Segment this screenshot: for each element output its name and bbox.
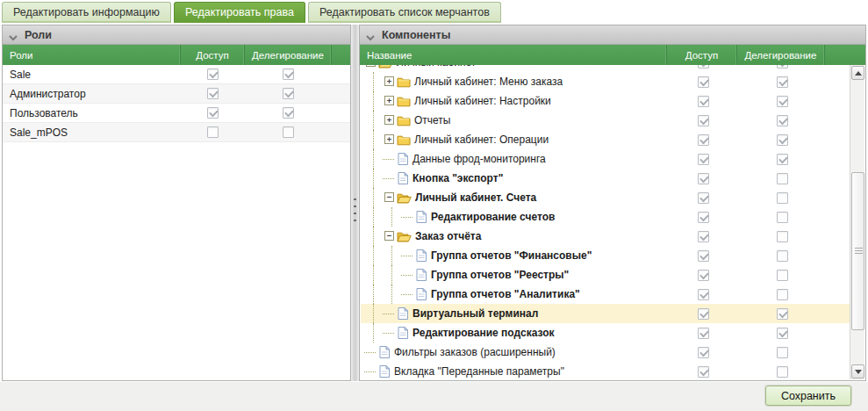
checkbox-checked[interactable] (698, 231, 709, 242)
expand-plus-icon[interactable]: + (384, 115, 394, 125)
scrollbar-thumb[interactable] (851, 172, 864, 330)
checkbox-checked[interactable] (698, 134, 709, 146)
checkbox-unchecked[interactable] (777, 289, 788, 300)
scroll-down-button[interactable] (851, 364, 864, 379)
tree-row[interactable]: Редактирование подсказок (361, 323, 850, 342)
access-cell (668, 347, 738, 358)
collapse-minus-icon[interactable]: − (366, 65, 376, 67)
checkbox-checked[interactable] (698, 96, 709, 107)
table-row[interactable]: Пользователь (3, 104, 350, 123)
checkbox-checked[interactable] (777, 65, 788, 68)
checkbox-checked[interactable] (698, 270, 709, 281)
tree-row[interactable]: Редактирование счетов (361, 207, 850, 227)
tree-row[interactable]: −Личный кабинет. Счета (361, 188, 850, 207)
checkbox-checked[interactable] (698, 289, 709, 300)
checkbox-checked[interactable] (698, 250, 709, 262)
document-icon (415, 287, 427, 301)
tree-scrollbar[interactable] (850, 65, 864, 379)
tree-row[interactable]: −Личный кабинет (361, 65, 850, 72)
checkbox-checked[interactable] (207, 88, 219, 99)
tree-row[interactable]: −Заказ отчёта (361, 227, 850, 246)
tree-row[interactable]: Группа отчетов "Реестры" (361, 265, 850, 285)
checkbox-checked[interactable] (777, 134, 788, 146)
checkbox-checked[interactable] (777, 96, 788, 107)
components-col-access[interactable]: Доступ (667, 45, 737, 65)
checkbox-checked[interactable] (698, 76, 709, 88)
checkbox-unchecked[interactable] (777, 347, 788, 358)
tree-row[interactable]: +Личный кабинет: Настройки (361, 91, 850, 111)
panel-splitter[interactable] (351, 25, 359, 381)
checkbox-checked[interactable] (698, 212, 709, 223)
tree-name-cell: +Личный кабинет: Меню заказа (361, 72, 668, 91)
delegation-cell (738, 76, 826, 88)
checkbox-checked[interactable] (283, 107, 294, 119)
tree-elbow (383, 323, 397, 342)
checkbox-checked[interactable] (698, 347, 709, 358)
checkbox-checked[interactable] (207, 68, 219, 80)
checkbox-unchecked[interactable] (777, 250, 788, 262)
tab-2[interactable]: Редактировать права (174, 2, 305, 23)
tree-row[interactable]: Виртуальный терминал (361, 304, 850, 323)
roles-col-name[interactable]: Роли (3, 45, 181, 65)
expand-plus-icon[interactable]: + (384, 134, 394, 144)
checkbox-unchecked[interactable] (777, 173, 788, 184)
access-cell (668, 270, 738, 281)
checkbox-checked[interactable] (698, 65, 709, 68)
components-col-name[interactable]: Название (360, 45, 667, 65)
checkbox-checked[interactable] (777, 308, 788, 320)
expand-plus-icon[interactable]: + (384, 76, 394, 86)
tree-node-label: Личный кабинет: Настройки (414, 95, 551, 107)
tree-row[interactable]: +Личный кабинет: Меню заказа (361, 72, 850, 91)
checkbox-checked[interactable] (283, 68, 294, 80)
checkbox-checked[interactable] (207, 107, 219, 119)
tree-row[interactable]: Вкладка "Переданные параметры" (361, 362, 850, 379)
tree-row[interactable]: Фильтры заказов (расширенный) (361, 342, 850, 362)
components-panel-header[interactable]: Компоненты (360, 25, 865, 45)
thumb-grip-icon (855, 248, 863, 255)
checkbox-unchecked[interactable] (777, 231, 788, 242)
chevron-down-icon[interactable] (8, 32, 18, 39)
expand-plus-icon[interactable]: + (384, 96, 394, 105)
save-button[interactable]: Сохранить (765, 386, 851, 406)
chevron-down-icon[interactable] (365, 32, 376, 39)
table-row[interactable]: Sale (3, 65, 350, 84)
checkbox-checked[interactable] (283, 88, 294, 99)
scroll-up-button[interactable] (851, 66, 864, 80)
checkbox-checked[interactable] (698, 308, 709, 320)
collapse-minus-icon[interactable]: − (384, 192, 394, 202)
checkbox-checked[interactable] (698, 328, 709, 339)
checkbox-checked[interactable] (698, 115, 709, 126)
checkbox-unchecked[interactable] (777, 212, 788, 223)
checkbox-checked[interactable] (698, 192, 709, 204)
tab-1[interactable]: Редактировать информацию (2, 2, 171, 23)
checkbox-unchecked[interactable] (777, 192, 788, 204)
checkbox-checked[interactable] (777, 115, 788, 126)
checkbox-unchecked[interactable] (777, 270, 788, 281)
checkbox-unchecked[interactable] (777, 366, 788, 378)
tree-row[interactable]: Кнопка "экспорт" (361, 169, 850, 188)
tree-row[interactable]: Группа отчетов "Аналитика" (361, 285, 850, 304)
tab-3[interactable]: Редактировать список мерчантов (308, 2, 501, 23)
tree-row[interactable]: Группа отчетов "Финансовые" (361, 246, 850, 265)
tree-row[interactable]: +Личный кабинет: Операции (361, 130, 850, 149)
roles-col-access[interactable]: Доступ (181, 45, 245, 65)
table-row[interactable]: Sale_mPOS (3, 123, 350, 142)
tree-guide-line (364, 265, 383, 285)
roles-panel-header[interactable]: Роли (3, 25, 350, 45)
delegation-cell (738, 134, 826, 146)
collapse-minus-icon[interactable]: − (384, 231, 394, 241)
checkbox-unchecked[interactable] (207, 126, 219, 138)
components-col-delegation[interactable]: Делегирование (737, 45, 825, 65)
table-row[interactable]: Администратор (3, 84, 350, 104)
tree-row[interactable]: Данные фрод-мониторинга (361, 149, 850, 169)
checkbox-checked[interactable] (777, 76, 788, 88)
roles-col-delegation[interactable]: Делегирование (245, 45, 332, 65)
tree-row[interactable]: +Отчеты (361, 111, 850, 130)
checkbox-unchecked[interactable] (283, 126, 294, 138)
checkbox-checked[interactable] (777, 154, 788, 165)
checkbox-checked[interactable] (698, 366, 709, 378)
tree-node-label: Личный кабинет (397, 65, 476, 68)
checkbox-checked[interactable] (698, 154, 709, 165)
checkbox-checked[interactable] (777, 328, 788, 339)
checkbox-checked[interactable] (698, 173, 709, 184)
